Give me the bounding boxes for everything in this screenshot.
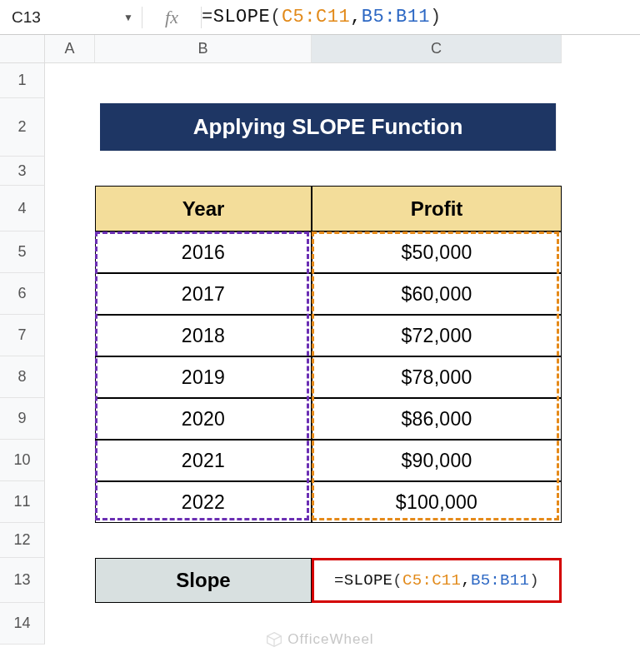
row-header[interactable]: 2 (0, 98, 45, 157)
table-cell-year[interactable]: 2018 (95, 315, 312, 356)
table-header-profit: Profit (312, 186, 562, 231)
formula-eq: = (202, 7, 213, 27)
row-headers: 1234567891011121314 (0, 35, 45, 645)
row-header[interactable]: 12 (0, 523, 45, 558)
row-header[interactable]: 9 (0, 398, 45, 440)
slope-label: Slope (95, 558, 312, 603)
name-box[interactable]: C13 ▼ (0, 8, 142, 27)
cells-area[interactable]: Applying SLOPE FunctionYearProfit2016$50… (45, 63, 640, 645)
table-cell-year[interactable]: 2022 (95, 481, 312, 523)
formula-input[interactable]: =SLOPE(C5:C11,B5:B11) (202, 7, 640, 27)
logo-icon (266, 631, 282, 648)
row-header[interactable]: 8 (0, 356, 45, 398)
paren-close: ) (430, 7, 442, 27)
table-cell-profit[interactable]: $60,000 (312, 273, 562, 315)
table-cell-profit[interactable]: $90,000 (312, 440, 562, 481)
select-all-corner[interactable] (0, 35, 45, 63)
row-header[interactable]: 4 (0, 186, 45, 231)
formula-bar: C13 ▼ fx =SLOPE(C5:C11,B5:B11) (0, 0, 640, 35)
row-header[interactable]: 3 (0, 157, 45, 186)
table-cell-profit[interactable]: $50,000 (312, 231, 562, 273)
table-cell-year[interactable]: 2020 (95, 398, 312, 440)
formula-range1: C5:C11 (282, 7, 350, 27)
table-cell-profit[interactable]: $78,000 (312, 356, 562, 398)
watermark: OfficeWheel (0, 631, 640, 648)
formula-range2: B5:B11 (362, 7, 430, 27)
column-header[interactable]: C (312, 35, 562, 63)
chevron-down-icon[interactable]: ▼ (123, 12, 138, 23)
column-header[interactable]: B (95, 35, 312, 63)
formula-fn: SLOPE (213, 7, 271, 27)
spreadsheet-grid: 1234567891011121314 ABC Applying SLOPE F… (0, 35, 640, 645)
row-header[interactable]: 5 (0, 231, 45, 273)
table-cell-profit[interactable]: $86,000 (312, 398, 562, 440)
row-header[interactable]: 7 (0, 315, 45, 356)
table-cell-year[interactable]: 2016 (95, 231, 312, 273)
fx-icon[interactable]: fx (142, 7, 201, 28)
paren-open: ( (270, 7, 282, 27)
row-header[interactable]: 11 (0, 481, 45, 523)
table-header-year: Year (95, 186, 312, 231)
row-header[interactable]: 13 (0, 558, 45, 603)
table-cell-profit[interactable]: $100,000 (312, 481, 562, 523)
table-cell-year[interactable]: 2017 (95, 273, 312, 315)
cell-reference: C13 (12, 8, 41, 27)
row-header[interactable]: 1 (0, 63, 45, 98)
table-cell-year[interactable]: 2019 (95, 356, 312, 398)
row-header[interactable]: 10 (0, 440, 45, 481)
slope-formula-cell[interactable]: =SLOPE(C5:C11,B5:B11) (312, 558, 562, 603)
row-header[interactable]: 6 (0, 273, 45, 315)
formula-comma: , (350, 7, 362, 27)
column-headers: ABC (45, 35, 640, 63)
table-cell-year[interactable]: 2021 (95, 440, 312, 481)
column-header[interactable]: A (45, 35, 95, 63)
table-cell-profit[interactable]: $72,000 (312, 315, 562, 356)
title-banner: Applying SLOPE Function (100, 103, 557, 152)
